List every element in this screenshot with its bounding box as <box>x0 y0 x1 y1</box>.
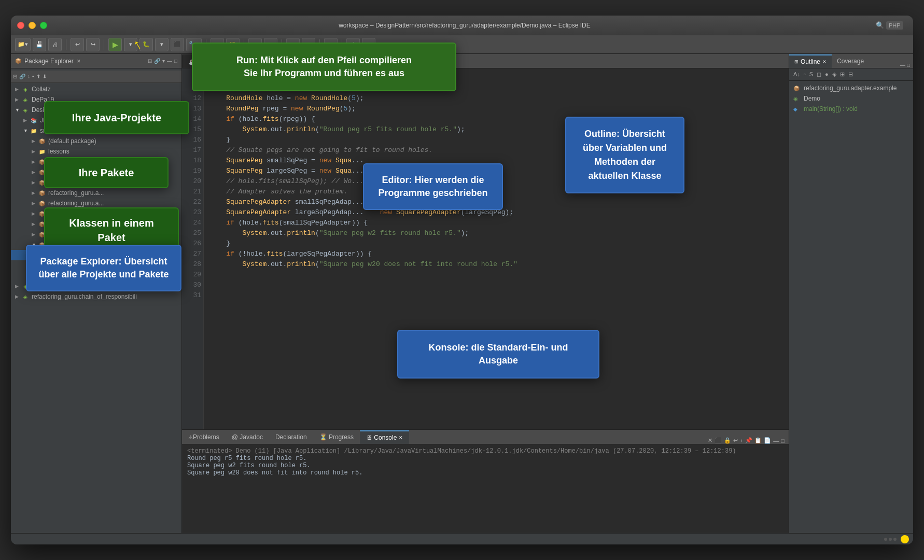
view-menu-icon[interactable]: ▾ <box>162 58 165 64</box>
copy-icon[interactable]: 📋 <box>754 437 762 444</box>
stop-console-icon[interactable]: ⬛ <box>715 437 722 444</box>
chain2-label: refactoring_guru.chain_of_responsibili <box>32 293 137 300</box>
sep1 <box>66 39 66 50</box>
console-output[interactable]: <terminated> Demo (11) [Java Application… <box>182 444 789 533</box>
print-button[interactable]: 🖨 <box>48 38 62 51</box>
clear-console-icon[interactable]: ✕ <box>708 437 712 444</box>
tree-item-chain2[interactable]: ▶ ◈ refactoring_guru.chain_of_responsibi… <box>11 291 181 302</box>
minimize-panel-icon[interactable]: — <box>167 58 172 64</box>
hide-fields-icon[interactable]: ▫ <box>803 71 807 78</box>
tree-item-default[interactable]: ▶ 📦 (default package) <box>11 136 181 146</box>
paste-icon[interactable]: 📄 <box>764 437 771 444</box>
outline-package-icon: 📦 <box>793 86 802 91</box>
outline-tab-label: Outline <box>801 58 820 65</box>
traffic-lights <box>17 22 47 29</box>
progress-label: ⏳ Progress <box>319 433 354 441</box>
dot3 <box>893 538 897 541</box>
maximize-panel-icon[interactable]: □ <box>174 58 177 64</box>
new-console-icon[interactable]: + <box>740 438 743 444</box>
problems-label: Problems <box>193 433 219 441</box>
minimize-button[interactable] <box>29 22 36 29</box>
pe-icon3[interactable]: ↕ <box>27 74 30 79</box>
tree-item-lessons[interactable]: ▶ 📁 lessons <box>11 146 181 157</box>
folder-icon: 📁 <box>30 127 38 135</box>
editor-annotation-text: Editor: Hier werden die Programme geschr… <box>378 175 487 198</box>
default-label: (default package) <box>48 137 96 145</box>
tab-progress[interactable]: ⏳ Progress <box>313 430 360 444</box>
debug-dropdown[interactable]: ▾ <box>155 38 169 51</box>
outline-package[interactable]: 📦 refactoring_guru.adapter.example <box>789 83 913 93</box>
tab-coverage[interactable]: Coverage <box>832 54 869 68</box>
package-tree: ⊟ 🔗 ↕ • ⬆ ⬇ ▶ ◈ Collatz ▶ ◈ DePa19 <box>11 68 181 533</box>
dot1 <box>884 538 887 541</box>
save-button[interactable]: 💾 <box>33 38 46 51</box>
package-icon: 📦 <box>38 137 46 145</box>
outline-tree: 📦 refactoring_guru.adapter.example ◉ Dem… <box>789 81 913 533</box>
pe-icon1[interactable]: ⊟ <box>13 74 17 79</box>
package-explorer-header: 📦 Package Explorer ✕ ⊟ 🔗 ▾ — □ <box>11 54 181 68</box>
hide-static-icon[interactable]: S <box>808 71 814 78</box>
rg-a1-label: refactoring_guru.a... <box>48 189 104 197</box>
outline-close-icon[interactable]: ✕ <box>822 59 827 64</box>
dots-indicator <box>884 538 897 541</box>
pe-icon4[interactable]: • <box>32 74 34 79</box>
run-button[interactable]: ▶ <box>108 38 122 51</box>
titlebar: workspace – DesignPattern/src/refactorin… <box>11 16 913 35</box>
diamond-icon[interactable]: ◈ <box>831 71 837 78</box>
collapse-all-icon[interactable]: ⊟ <box>148 58 152 64</box>
console-line-2: Square peg w2 fits round hole r5. <box>187 462 783 469</box>
maximize-button[interactable] <box>40 22 47 29</box>
console-close-icon[interactable]: ✕ <box>399 435 403 440</box>
collapse-all-outline-icon[interactable]: ⊟ <box>847 71 854 78</box>
outline-class-label: Demo <box>804 95 820 102</box>
bottom-panel: ⚠ Problems @ Javadoc Declaration ⏳ Progr… <box>182 429 789 533</box>
search-icon[interactable]: 🔍 <box>876 21 884 29</box>
circle-dot-icon[interactable]: ● <box>824 71 830 78</box>
outline-method[interactable]: ◆ main(String[]) : void <box>789 104 913 114</box>
javadoc-label: @ Javadoc <box>232 433 263 441</box>
minimize-bottom-icon[interactable]: — <box>773 438 779 444</box>
redo-button[interactable]: ↪ <box>86 38 100 51</box>
pakete-annotation: Ihre Pakete <box>44 157 169 188</box>
tab-javadoc[interactable]: @ Javadoc <box>226 430 269 444</box>
new-button[interactable]: 📁▾ <box>15 38 31 51</box>
window-title: workspace – DesignPattern/src/refactorin… <box>53 22 876 29</box>
word-wrap-icon[interactable]: ↩ <box>733 437 738 444</box>
pe-icon2[interactable]: 🔗 <box>19 74 25 79</box>
konsole-annotation-text: Konsole: die Standard-Ein- und Ausgabe <box>428 342 568 366</box>
outline-maximize-icon[interactable]: □ <box>907 62 910 68</box>
tree-item-rg-a2[interactable]: ▶ 📦 refactoring_guru.a... <box>11 198 181 208</box>
pe-icon6[interactable]: ⬇ <box>43 74 47 79</box>
outline-class[interactable]: ◉ Demo <box>789 93 913 104</box>
package-explorer-title: Package Explorer <box>24 58 74 65</box>
scroll-lock-icon[interactable]: 🔒 <box>724 437 731 444</box>
stop-button[interactable]: ⬛ <box>171 38 184 51</box>
tree-item-collatz[interactable]: ▶ ◈ Collatz <box>11 84 181 94</box>
outline-toolbar: A↓ ▫ S ◻ ● ◈ ⊞ ⊟ <box>789 68 913 81</box>
hide-nonpublic-icon[interactable]: ◻ <box>816 71 822 78</box>
pin-icon[interactable]: 📌 <box>745 437 752 444</box>
tree-item-rg-a1[interactable]: ▶ 📦 refactoring_guru.a... <box>11 188 181 198</box>
project-icon: ◈ <box>21 95 30 104</box>
link-with-editor-icon[interactable]: 🔗 <box>154 58 160 64</box>
outline-class-icon: ◉ <box>793 96 802 102</box>
collatz-label: Collatz <box>32 86 51 93</box>
outline-minimize-icon[interactable]: — <box>900 62 905 68</box>
undo-button[interactable]: ↩ <box>71 38 84 51</box>
console-header: <terminated> Demo (11) [Java Application… <box>187 447 783 455</box>
tab-outline[interactable]: ⊞ Outline ✕ <box>789 54 832 68</box>
tab-problems[interactable]: ⚠ Problems <box>182 430 226 444</box>
rg-a2-label: refactoring_guru.a... <box>48 200 104 207</box>
tab-declaration[interactable]: Declaration <box>269 430 313 444</box>
klassen-text: Klassen in einemPaket <box>69 217 153 243</box>
pe-icon5[interactable]: ⬆ <box>36 74 40 79</box>
tab-console[interactable]: 🖥 Console ✕ <box>360 430 409 444</box>
run-annotation: Run: Mit Klick auf den Pfeil compilieren… <box>192 43 456 91</box>
bottom-tabs: ⚠ Problems @ Javadoc Declaration ⏳ Progr… <box>182 430 789 444</box>
sep2 <box>104 39 104 50</box>
sort-alpha-icon[interactable]: A↓ <box>792 71 801 78</box>
expand-all-icon[interactable]: ⊞ <box>839 71 846 78</box>
editor-annotation: Editor: Hier werden die Programme geschr… <box>363 163 503 210</box>
maximize-bottom-icon[interactable]: □ <box>781 438 785 444</box>
close-button[interactable] <box>17 22 24 29</box>
